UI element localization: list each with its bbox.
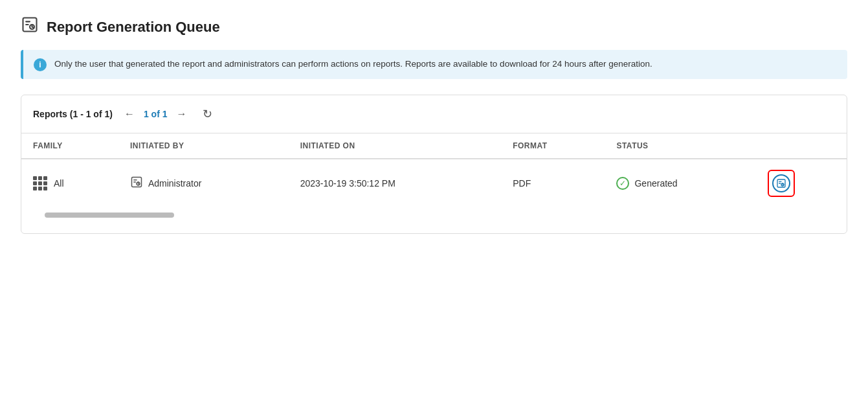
reports-table: FAMILY INITIATED BY INITIATED ON FORMAT … xyxy=(21,133,847,207)
svg-rect-0 xyxy=(23,18,37,32)
initiated-by-value: Administrator xyxy=(148,178,201,189)
table-label: Reports (1 - 1 of 1) xyxy=(33,109,113,119)
report-queue-icon xyxy=(21,16,39,38)
cell-format: PDF xyxy=(501,159,605,207)
pagination-prev-button[interactable]: ← xyxy=(120,106,139,122)
page-header: Report Generation Queue xyxy=(21,16,847,38)
info-icon: i xyxy=(34,58,47,71)
table-toolbar: Reports (1 - 1 of 1) ← 1 of 1 → ↻ xyxy=(21,95,847,133)
svg-rect-2 xyxy=(131,177,141,187)
download-icon xyxy=(772,174,790,192)
svg-rect-4 xyxy=(777,179,785,187)
col-status: STATUS xyxy=(605,133,756,159)
status-value: Generated xyxy=(634,178,677,189)
table-header: FAMILY INITIATED BY INITIATED ON FORMAT … xyxy=(21,133,847,159)
horizontal-scrollbar[interactable] xyxy=(45,213,174,218)
scrollbar-container xyxy=(21,207,847,233)
table-row: All xyxy=(21,159,847,207)
pagination-next-button[interactable]: → xyxy=(173,106,191,122)
cell-initiated-by: Administrator xyxy=(118,159,289,207)
col-family: FAMILY xyxy=(21,133,118,159)
col-action xyxy=(756,133,847,159)
cell-family: All xyxy=(21,159,118,207)
download-report-button[interactable] xyxy=(768,170,795,197)
admin-icon xyxy=(130,176,143,192)
col-format: FORMAT xyxy=(501,133,605,159)
refresh-button[interactable]: ↻ xyxy=(199,104,216,124)
cell-action xyxy=(756,159,847,207)
col-initiated-on: INITIATED ON xyxy=(289,133,502,159)
table-container: Reports (1 - 1 of 1) ← 1 of 1 → ↻ FAMILY… xyxy=(21,95,847,234)
grid-icon xyxy=(33,176,47,190)
info-banner: i Only the user that generated the repor… xyxy=(21,50,847,79)
col-initiated-by: INITIATED BY xyxy=(118,133,289,159)
pagination-nav: ← 1 of 1 → xyxy=(120,106,191,122)
info-text: Only the user that generated the report … xyxy=(54,58,652,71)
family-value: All xyxy=(54,178,64,189)
page-title: Report Generation Queue xyxy=(47,19,220,36)
table-body: All xyxy=(21,159,847,207)
initiated-on-value: 2023-10-19 3:50:12 PM xyxy=(300,178,395,189)
cell-initiated-on: 2023-10-19 3:50:12 PM xyxy=(289,159,502,207)
pagination-current: 1 of 1 xyxy=(141,109,170,119)
format-value: PDF xyxy=(513,178,531,189)
page-container: Report Generation Queue i Only the user … xyxy=(0,0,868,414)
status-check-icon: ✓ xyxy=(616,177,629,190)
cell-status: ✓ Generated xyxy=(605,159,756,207)
